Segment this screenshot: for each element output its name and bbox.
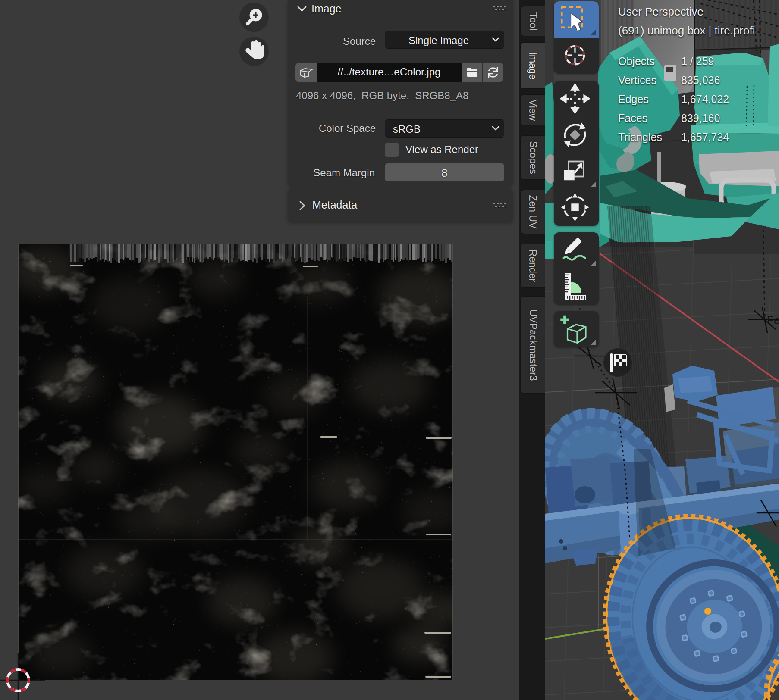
svg-text:Fe: Fe	[767, 314, 779, 327]
